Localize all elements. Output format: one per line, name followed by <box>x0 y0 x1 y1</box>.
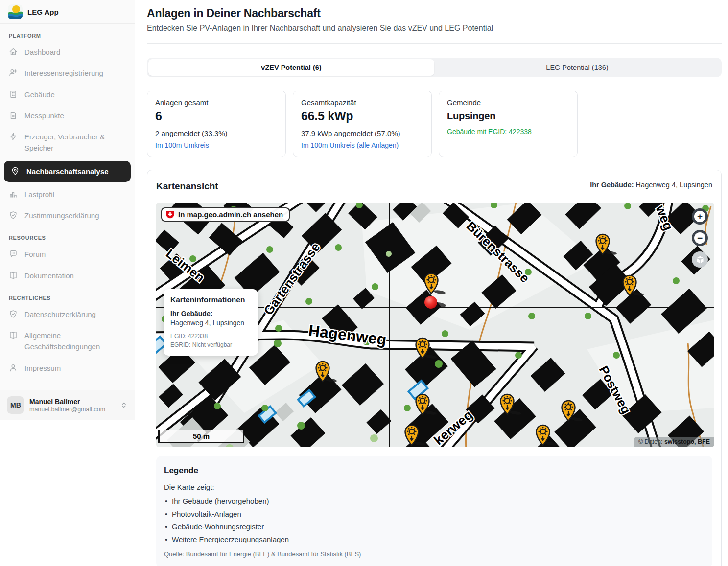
stat-label: Gemeinde <box>447 98 569 107</box>
stat-card-gemeinde: Gemeinde Lupsingen Gebäude mit EGID: 422… <box>439 91 578 157</box>
app-logo-icon <box>8 4 23 19</box>
zap-icon <box>9 132 18 141</box>
legend-item: Ihr Gebäude (hervorgehoben) <box>164 497 705 505</box>
user-menu[interactable]: MB Manuel Ballmer manuel.ballmer@gmail.c… <box>0 390 135 420</box>
info-building-label: Ihr Gebäude: <box>170 310 251 317</box>
sidebar-item-messpunkte[interactable]: Messpunkte <box>0 105 135 126</box>
tab-bar: vZEV Potential (6) LEG Potential (136) <box>147 58 722 77</box>
user-icon <box>9 363 18 372</box>
document-icon <box>9 111 18 120</box>
sidebar-item-agb[interactable]: Allgemeine Geschäftsbedingungen <box>0 325 122 358</box>
3d-view-button[interactable] <box>692 251 708 268</box>
sidebar-item-nachbarschaftsanalyse[interactable]: Nachbarschaftsanalyse <box>4 161 131 182</box>
sidebar-item-forum[interactable]: Forum <box>0 244 135 265</box>
user-email: manuel.ballmer@gmail.com <box>29 406 105 413</box>
shield-check-icon <box>9 211 18 220</box>
stat-value: 6 <box>155 109 278 123</box>
map-legend: Legende Die Karte zeigt: Ihr Gebäude (he… <box>156 456 712 566</box>
stat-label: Anlagen gesamt <box>155 98 278 107</box>
stat-sub: 37.9 kWp angemeldet (57.0%) <box>301 129 423 137</box>
sidebar-item-erzeuger-verbraucher-speicher[interactable]: Erzeuger, Verbraucher & Speicher <box>0 126 122 159</box>
section-label-rechtliches: RECHTLICHES <box>0 286 135 304</box>
chat-icon <box>9 249 18 258</box>
sidebar: LEG App PLATFORM Dashboard Interessensre… <box>0 0 135 420</box>
map-scale-bar: 50 m <box>158 430 244 443</box>
user-plus-icon <box>9 68 18 77</box>
sidebar-item-dashboard[interactable]: Dashboard <box>0 42 135 63</box>
map-pin-icon <box>11 167 20 176</box>
legend-list: Ihr Gebäude (hervorgehoben) Photovoltaik… <box>164 497 705 543</box>
map[interactable]: Leimen Gartenstrasse Bürenstrasse Hagenw… <box>156 203 714 447</box>
app-name: LEG App <box>27 8 59 16</box>
book-icon <box>9 331 18 340</box>
info-building-value: Hagenweg 4, Lupsingen <box>170 319 251 327</box>
zoom-in-button[interactable]: + <box>692 208 708 225</box>
legend-title: Legende <box>164 466 705 475</box>
stat-label: Gesamtkapazität <box>301 98 423 107</box>
zoom-out-button[interactable]: − <box>692 230 708 246</box>
your-building-label: Ihr Gebäude: Hagenweg 4, Lupsingen <box>590 181 712 189</box>
shield-check-icon <box>9 310 18 318</box>
map-card: Kartenansicht Ihr Gebäude: Hagenweg 4, L… <box>147 170 722 566</box>
header-divider <box>147 43 722 44</box>
building-icon <box>9 90 18 99</box>
stat-link[interactable]: Im 100m Umkreis (alle Anlagen) <box>301 141 423 149</box>
legend-intro: Die Karte zeigt: <box>164 483 705 491</box>
map-title: Kartenansicht <box>156 181 218 192</box>
open-in-geoadmin-button[interactable]: In map.geo.admin.ch ansehen <box>161 207 290 222</box>
section-label-platform: PLATFORM <box>0 24 135 42</box>
tab-vzev-potential[interactable]: vZEV Potential (6) <box>148 59 434 76</box>
stat-note: Gebäude mit EGID: 422338 <box>447 128 569 136</box>
sidebar-item-lastprofil[interactable]: Lastprofil <box>0 184 135 205</box>
chevrons-up-down-icon <box>120 401 128 409</box>
cube-icon <box>695 255 705 265</box>
stat-value: 66.5 kWp <box>301 109 423 123</box>
legend-item: Photovoltaik-Anlagen <box>164 510 705 518</box>
bar-chart-icon <box>9 190 18 199</box>
info-panel-title: Karteninformationen <box>170 295 251 304</box>
home-icon <box>9 47 18 56</box>
sidebar-item-datenschutzerklaerung[interactable]: Datenschutzerklärung <box>0 304 135 325</box>
map-attribution: © Daten: swisstopo, BFE <box>634 437 714 447</box>
stat-cards: Anlagen gesamt 6 2 angemeldet (33.3%) Im… <box>147 91 722 157</box>
page-title: Anlagen in Deiner Nachbarschaft <box>147 7 722 20</box>
page-subtitle: Entdecken Sie PV-Anlagen in Ihrer Nachba… <box>147 24 722 33</box>
swiss-flag-icon <box>166 210 174 219</box>
legend-item: Weitere Energieerzeugungsanlagen <box>164 535 705 543</box>
stat-link[interactable]: Im 100m Umkreis <box>155 141 278 149</box>
sidebar-item-dokumentation[interactable]: Dokumentation <box>0 265 135 286</box>
attribution-source-link[interactable]: swisstopo, BFE <box>664 438 710 445</box>
book-icon <box>9 271 18 280</box>
tab-leg-potential[interactable]: LEG Potential (136) <box>434 59 720 76</box>
sidebar-item-interessensregistrierung[interactable]: Interessensregistrierung <box>0 63 135 84</box>
info-egid: EGID: 422338 <box>170 332 251 340</box>
sidebar-item-impressum[interactable]: Impressum <box>0 358 135 379</box>
stat-card-kapazitaet: Gesamtkapazität 66.5 kWp 37.9 kWp angeme… <box>293 91 432 157</box>
stat-sub: 2 angemeldet (33.3%) <box>155 129 278 137</box>
main-content: Anlagen in Deiner Nachbarschaft Entdecke… <box>136 0 728 566</box>
user-name: Manuel Ballmer <box>29 398 105 406</box>
section-label-resources: RESOURCES <box>0 226 135 244</box>
sidebar-item-zustimmungserklaerung[interactable]: Zustimmungserklärung <box>0 205 135 226</box>
legend-item: Gebäude-Wohnungsregister <box>164 522 705 531</box>
avatar: MB <box>7 396 24 414</box>
stat-value: Lupsingen <box>447 111 569 122</box>
stat-card-anlagen: Anlagen gesamt 6 2 angemeldet (33.3%) Im… <box>147 91 286 157</box>
app-header: LEG App <box>0 0 135 24</box>
info-egrid: EGRID: Nicht verfügbar <box>170 340 251 349</box>
info-egid-egrid: EGID: 422338 EGRID: Nicht verfügbar <box>170 332 251 349</box>
legend-source: Quelle: Bundesamt für Energie (BFE) & Bu… <box>164 550 705 558</box>
map-info-panel: Karteninformationen Ihr Gebäude: Hagenwe… <box>164 289 258 356</box>
sidebar-item-gebaeude[interactable]: Gebäude <box>0 84 135 105</box>
